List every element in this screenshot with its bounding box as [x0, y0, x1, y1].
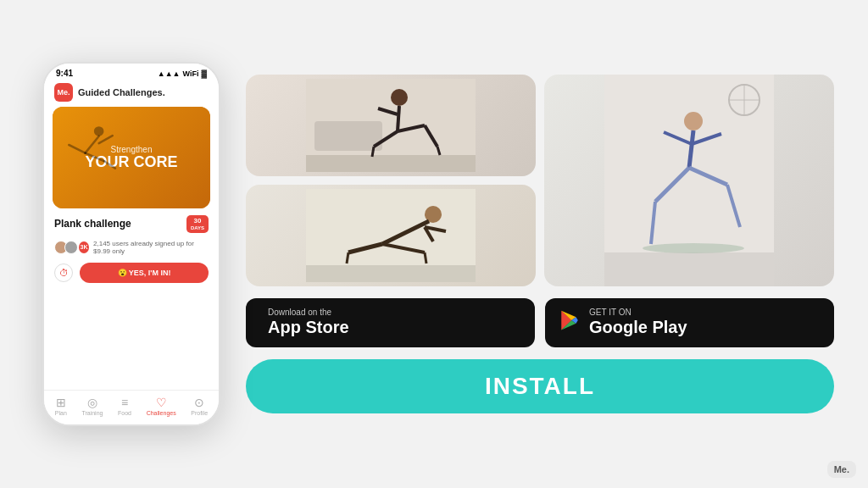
food-icon: ≡ [121, 396, 128, 409]
wifi-icon: WiFi [183, 69, 199, 78]
plank-title: Plank challenge [54, 218, 131, 230]
workout-image-2 [246, 185, 536, 286]
plank-info: Plank challenge 30 DAYS [44, 208, 219, 236]
svg-line-2 [69, 145, 85, 153]
svg-rect-8 [314, 121, 382, 151]
days-badge: 30 DAYS [186, 215, 209, 233]
svg-line-23 [347, 252, 348, 263]
challenges-icon: ♡ [156, 396, 167, 409]
install-button[interactable]: INSTALL [246, 359, 834, 413]
plan-label: Plan [55, 410, 67, 416]
nav-training[interactable]: ◎ Training [81, 396, 103, 416]
status-icons: ▲▲▲ WiFi ▓ [158, 69, 207, 78]
training-icon: ◎ [87, 396, 97, 409]
app-store-button[interactable]: Download on the App Store [246, 298, 535, 347]
photo-right-tall [544, 75, 834, 286]
workout-image-1 [246, 75, 536, 176]
challenges-label: Challenges [147, 410, 176, 416]
main-container: 9:41 ▲▲▲ WiFi ▓ Me. Guided Challenges. S… [0, 0, 868, 488]
food-label: Food [118, 410, 131, 416]
svg-rect-7 [306, 155, 476, 172]
svg-line-1 [86, 136, 99, 153]
svg-point-32 [684, 112, 703, 130]
google-play-icon [559, 309, 581, 337]
training-label: Training [81, 410, 103, 416]
svg-rect-18 [306, 265, 476, 282]
phone-mockup: 9:41 ▲▲▲ WiFi ▓ Me. Guided Challenges. S… [42, 62, 220, 426]
google-play-text: GET IT ON Google Play [589, 308, 687, 337]
nav-plan[interactable]: ⊞ Plan [55, 396, 67, 416]
workout-image-tall [544, 75, 834, 286]
timer-icon: ⏱ [54, 263, 73, 282]
app-store-main: App Store [268, 317, 349, 337]
figure-svg [53, 107, 129, 183]
users-text: 2,145 users already signed up for $9.99 … [93, 240, 209, 255]
app-store-text: Download on the App Store [268, 308, 349, 337]
users-count: 3K [79, 241, 89, 253]
phone-status-bar: 9:41 ▲▲▲ WiFi ▓ [44, 64, 219, 80]
google-play-sub: GET IT ON [589, 308, 687, 317]
store-buttons: Download on the App Store GET IT ON Goog… [246, 298, 834, 347]
profile-icon: ⊙ [194, 396, 204, 409]
plan-icon: ⊞ [56, 396, 66, 409]
photo-grid [246, 75, 834, 286]
svg-point-0 [94, 126, 104, 136]
battery-icon: ▓ [201, 69, 207, 78]
google-play-main: Google Play [589, 317, 687, 337]
svg-line-15 [372, 147, 374, 157]
nav-profile[interactable]: ⊙ Profile [191, 396, 208, 416]
svg-line-24 [425, 252, 426, 263]
app-store-sub: Download on the [268, 308, 349, 317]
avatar-stack [54, 241, 75, 254]
yoga-figure [604, 75, 774, 286]
svg-rect-28 [604, 252, 774, 286]
signal-icon: ▲▲▲ [158, 69, 181, 78]
svg-point-40 [643, 243, 744, 253]
nav-challenges[interactable]: ♡ Challenges [147, 396, 176, 416]
challenge-card: Strengthen YOUR CORE [53, 107, 210, 208]
avatar-2 [64, 241, 78, 254]
me-logo: Me. [54, 83, 73, 102]
plank-figure [306, 189, 476, 282]
watermark: Me. [827, 461, 856, 478]
photo-left-col [246, 75, 536, 286]
users-row: 3K 2,145 users already signed up for $9.… [44, 236, 219, 258]
photo-right-col [544, 75, 834, 286]
app-title: Guided Challenges. [78, 87, 165, 97]
svg-point-9 [391, 89, 408, 106]
nav-food[interactable]: ≡ Food [118, 396, 131, 416]
phone-nav: ⊞ Plan ◎ Training ≡ Food ♡ Challenges ⊙ [44, 390, 219, 424]
svg-line-10 [398, 106, 399, 131]
phone-time: 9:41 [56, 69, 73, 78]
phone-header: Me. Guided Challenges. [44, 80, 219, 107]
right-content: Download on the App Store GET IT ON Goog… [246, 75, 834, 413]
google-play-button[interactable]: GET IT ON Google Play [545, 298, 834, 347]
join-button[interactable]: 😮 YES, I'M IN! [80, 263, 209, 283]
photo-bottom-left [246, 185, 536, 286]
profile-label: Profile [191, 410, 208, 416]
svg-line-4 [99, 136, 113, 143]
action-row: ⏱ 😮 YES, I'M IN! [44, 258, 219, 287]
svg-line-5 [104, 161, 115, 168]
svg-line-3 [86, 153, 105, 162]
phone-container: 9:41 ▲▲▲ WiFi ▓ Me. Guided Challenges. S… [34, 62, 229, 426]
lunge-figure [306, 79, 476, 172]
photo-top-left [246, 75, 536, 176]
